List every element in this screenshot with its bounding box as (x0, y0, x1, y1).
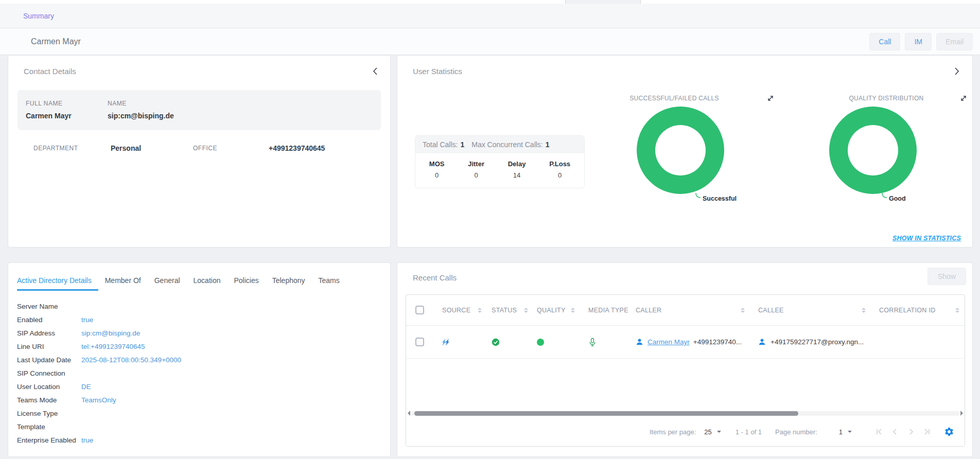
tab-location[interactable]: Location (187, 271, 227, 291)
field-row-line-uri: Line URI tel:+4991239740645 (17, 340, 390, 353)
scroll-right-arrow-icon[interactable] (960, 411, 963, 416)
last-page-button[interactable] (923, 428, 931, 435)
field-row-license-type: License Type (17, 407, 390, 420)
im-button[interactable]: IM (905, 33, 932, 50)
sort-arrows-icon[interactable] (571, 308, 575, 313)
field-row-last-update: Last Update Date 2025-08-12T08:00:50.349… (17, 353, 390, 366)
show-in-statistics-link[interactable]: SHOW IN STATISTICS (892, 235, 961, 242)
column-header-media-type[interactable]: MEDIA TYPE (580, 307, 627, 314)
field-value-sip-link[interactable]: sip:cm@bisping.de (81, 329, 140, 337)
table-header-row: SOURCE STATUS QUALITY MEDIA TYPE (406, 295, 965, 326)
sort-arrows-icon[interactable] (741, 308, 745, 313)
chevron-right-icon (907, 428, 915, 435)
sort-arrows-icon[interactable] (478, 308, 482, 313)
call-totals-header: Total Calls: 1 Max Concurrent Calls: 1 (415, 136, 584, 153)
column-header-source[interactable]: SOURCE (434, 307, 483, 314)
column-label: STATUS (492, 307, 517, 314)
sort-arrows-icon[interactable] (862, 308, 866, 313)
scrollbar-track[interactable] (411, 411, 959, 416)
field-label: Line URI (17, 343, 81, 350)
tab-active-directory-details[interactable]: Active Directory Details (17, 271, 98, 291)
full-name-value: Carmen Mayr (26, 112, 108, 120)
recent-calls-table: SOURCE STATUS QUALITY MEDIA TYPE (406, 294, 965, 447)
sort-arrows-icon[interactable] (955, 308, 959, 313)
column-label: CORRELATION ID (879, 307, 936, 314)
chart-expand-button[interactable] (767, 95, 774, 102)
ad-details-card: Active Directory Details Member Of Gener… (8, 262, 391, 457)
person-icon (758, 338, 766, 346)
scrollbar-thumb[interactable] (414, 411, 798, 416)
caller-name-link[interactable]: Carmen Mayr (647, 338, 690, 346)
field-value-tel-link[interactable]: tel:+4991239740645 (81, 343, 145, 350)
field-label: Template (17, 423, 81, 431)
metric-value: 0 (549, 171, 570, 179)
field-label: Enterprise Enabled (17, 436, 81, 444)
field-value: TeamsOnly (81, 396, 116, 404)
browser-tab-notch (565, 0, 641, 4)
name-field: NAME sip:cm@bisping.de (108, 100, 174, 120)
first-page-button[interactable] (876, 428, 883, 435)
field-row-sip-connection: SIP Connection (17, 366, 390, 380)
column-header-status[interactable]: STATUS (483, 307, 529, 314)
column-header-callee[interactable]: CALLEE (750, 307, 871, 314)
max-concurrent-value: 1 (546, 140, 550, 149)
page-number-value: 1 (839, 428, 843, 436)
table-pagination: Items per page: 25 1 - 1 of 1 Page numbe… (406, 417, 965, 446)
table-row[interactable]: Carmen Mayr +4991239740... +491759227717… (406, 326, 965, 359)
pagination-range: 1 - 1 of 1 (736, 428, 762, 436)
name-label: NAME (108, 100, 174, 107)
metric-packet-loss: P.Loss 0 (549, 160, 570, 179)
column-label: MEDIA TYPE (588, 307, 628, 314)
email-button: Email (936, 33, 973, 50)
items-per-page-select[interactable]: 25 (704, 428, 721, 436)
donut-label-good: Good (881, 192, 906, 202)
metric-value: 0 (468, 171, 484, 179)
app-screen: Summary Carmen Mayr Call IM Email Contac… (0, 0, 980, 459)
scroll-left-arrow-icon[interactable] (408, 411, 410, 416)
column-header-quality[interactable]: QUALITY (529, 307, 580, 314)
column-header-correlation-id[interactable]: CORRELATION ID (871, 307, 965, 314)
field-row-enabled: Enabled true (17, 313, 390, 326)
max-concurrent-label: Max Concurrent Calls: (471, 140, 543, 149)
expand-panel-button[interactable] (954, 67, 960, 76)
show-button: Show (927, 268, 966, 285)
chart-title-quality-distribution: QUALITY DISTRIBUTION (825, 95, 948, 102)
tab-general[interactable]: General (148, 271, 187, 291)
lightning-double-icon (442, 338, 453, 346)
full-name-label: FULL NAME (26, 100, 108, 107)
row-checkbox[interactable] (415, 338, 424, 346)
metric-value: 0 (429, 171, 445, 179)
column-label: QUALITY (537, 307, 566, 314)
donut-chart-quality[interactable] (829, 107, 917, 194)
table-settings-button[interactable] (944, 427, 954, 437)
chart-expand-button[interactable] (960, 95, 967, 102)
collapse-panel-button[interactable] (372, 67, 378, 76)
next-page-button[interactable] (907, 428, 915, 435)
metric-mos: MOS 0 (429, 160, 445, 179)
expand-diagonal-icon (960, 95, 967, 102)
tab-policies[interactable]: Policies (227, 271, 265, 291)
recent-calls-card: Recent Calls Show SOURCE STATUS (397, 262, 973, 457)
top-browser-strip (0, 0, 980, 4)
column-header-caller[interactable]: CALLER (627, 307, 750, 314)
total-calls-label: Total Calls: (423, 140, 458, 149)
contact-details-card: Contact Details FULL NAME Carmen Mayr NA… (8, 55, 391, 248)
tab-teams[interactable]: Teams (312, 271, 346, 291)
tab-telephony[interactable]: Telephony (266, 271, 312, 291)
previous-page-button[interactable] (891, 428, 899, 435)
metric-jitter: Jitter 0 (468, 160, 484, 179)
callee-cell: +491759227717@proxy.ngn... (750, 338, 871, 346)
sort-arrows-icon[interactable] (524, 308, 528, 313)
chevron-left-icon (372, 67, 378, 76)
call-button[interactable]: Call (869, 33, 900, 50)
tab-member-of[interactable]: Member Of (98, 271, 148, 291)
tab-summary[interactable]: Summary (23, 12, 54, 20)
field-row-teams-mode: Teams Mode TeamsOnly (17, 393, 390, 407)
donut-chart-successful-calls[interactable] (637, 107, 724, 194)
metric-value: 14 (508, 171, 526, 179)
select-all-cell (406, 306, 434, 314)
field-row-sip-address: SIP Address sip:cm@bisping.de (17, 326, 390, 340)
page-number-select[interactable]: 1 (839, 428, 852, 436)
department-value: Personal (111, 144, 193, 152)
select-all-checkbox[interactable] (415, 306, 424, 314)
